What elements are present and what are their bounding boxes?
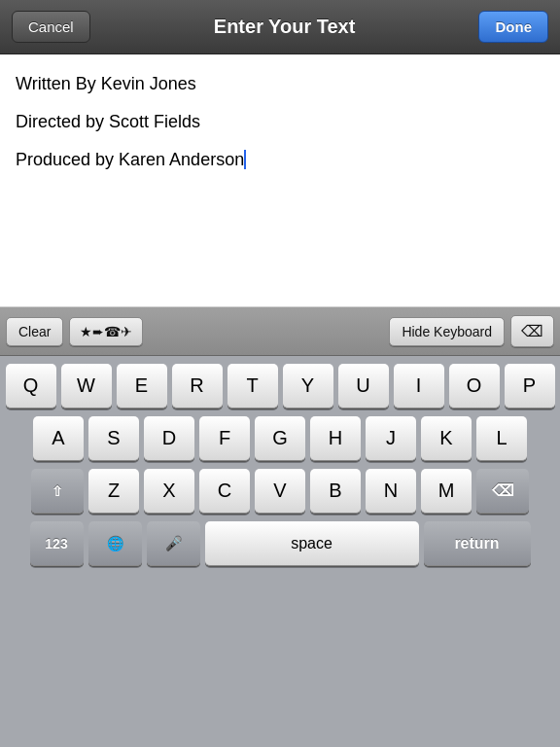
key-j[interactable]: J [366, 416, 416, 461]
key-a[interactable]: A [33, 416, 84, 461]
nav-bar: Cancel Enter Your Text Done [0, 0, 560, 54]
key-t[interactable]: T [228, 364, 278, 409]
key-b[interactable]: B [310, 469, 361, 514]
page-title: Enter Your Text [214, 16, 356, 38]
key-i[interactable]: I [394, 364, 444, 409]
key-row-3: ⇧ Z X C V B N M ⌫ [4, 469, 556, 514]
return-key[interactable]: return [424, 521, 531, 566]
key-y[interactable]: Y [283, 364, 333, 409]
globe-key[interactable]: 🌐 [88, 521, 142, 566]
key-row-2: A S D F G H J K L [4, 416, 556, 461]
key-l[interactable]: L [476, 416, 527, 461]
key-x[interactable]: X [144, 469, 194, 514]
delete-key[interactable]: ⌫ [476, 469, 529, 514]
text-content: Written By Kevin Jones Directed by Scott… [16, 70, 544, 173]
numbers-key[interactable]: 123 [30, 521, 84, 566]
done-button[interactable]: Done [478, 11, 548, 43]
key-row-1: Q W E R T Y U I O P [4, 364, 556, 409]
shift-key[interactable]: ⇧ [31, 469, 84, 514]
key-f[interactable]: F [199, 416, 250, 461]
key-row-4: 123 🌐 🎤 space return [4, 521, 556, 566]
key-s[interactable]: S [88, 416, 139, 461]
hide-keyboard-button[interactable]: Hide Keyboard [389, 317, 505, 346]
key-m[interactable]: M [421, 469, 472, 514]
key-z[interactable]: Z [88, 469, 139, 514]
text-line-2: Directed by Scott Fields [16, 108, 544, 136]
key-u[interactable]: U [338, 364, 389, 409]
key-e[interactable]: E [117, 364, 167, 409]
cancel-button[interactable]: Cancel [12, 11, 90, 43]
key-k[interactable]: K [421, 416, 472, 461]
text-editor[interactable]: Written By Kevin Jones Directed by Scott… [0, 54, 560, 307]
key-v[interactable]: V [255, 469, 305, 514]
key-p[interactable]: P [505, 364, 555, 409]
key-g[interactable]: G [255, 416, 305, 461]
key-r[interactable]: R [172, 364, 223, 409]
text-cursor [244, 150, 246, 169]
symbols-button[interactable]: ★➨☎✈ [69, 317, 143, 346]
key-h[interactable]: H [310, 416, 361, 461]
clear-button[interactable]: Clear [6, 317, 63, 346]
text-line-3: Produced by Karen Anderson [16, 146, 544, 174]
key-c[interactable]: C [199, 469, 250, 514]
text-line-1: Written By Kevin Jones [16, 70, 544, 98]
key-q[interactable]: Q [6, 364, 56, 409]
keyboard: Q W E R T Y U I O P A S D F G H J K L ⇧ … [0, 356, 560, 747]
key-d[interactable]: D [144, 416, 194, 461]
key-w[interactable]: W [61, 364, 112, 409]
key-n[interactable]: N [366, 469, 416, 514]
keyboard-toolbar: Clear ★➨☎✈ Hide Keyboard ⌫ [0, 307, 560, 356]
key-o[interactable]: O [449, 364, 500, 409]
toolbar-delete-button[interactable]: ⌫ [510, 315, 554, 347]
space-key[interactable]: space [205, 521, 419, 566]
mic-key[interactable]: 🎤 [147, 521, 200, 566]
